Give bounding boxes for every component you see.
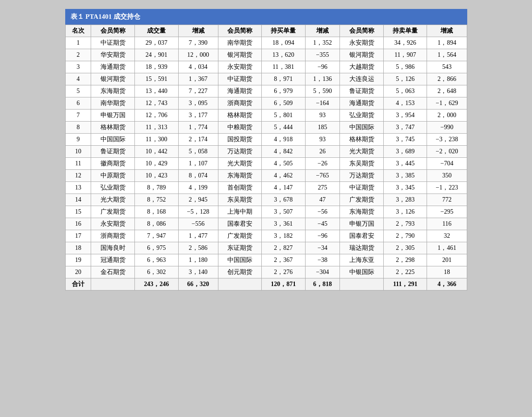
cell-r17-c3: 2，586 [178, 242, 218, 254]
cell-r14-c6: −56 [305, 206, 340, 218]
cell-r0-c0: 1 [65, 37, 91, 49]
cell-r19-c2: 6，302 [135, 266, 179, 278]
total-cell-8: 111，291 [383, 278, 427, 291]
cell-r10-c5: 4，505 [262, 158, 306, 170]
col-header-2: 成交量 [135, 25, 179, 37]
cell-r4-c4: 海通期货 [218, 85, 262, 97]
cell-r18-c4: 中国国际 [218, 254, 262, 266]
cell-r7-c7: 中国国际 [340, 122, 384, 134]
cell-r2-c7: 大越期货 [340, 61, 384, 73]
cell-r14-c1: 广发期货 [91, 206, 135, 218]
col-header-0: 名次 [65, 25, 91, 37]
cell-r17-c7: 瑞达期货 [340, 242, 384, 254]
cell-r11-c5: 4，462 [262, 170, 306, 182]
cell-r16-c6: −96 [305, 230, 340, 242]
cell-r3-c1: 银河期货 [91, 73, 135, 85]
cell-r2-c8: 5，986 [383, 61, 427, 73]
cell-r0-c1: 中证期货 [91, 37, 135, 49]
total-cell-1 [91, 278, 135, 291]
cell-r4-c2: 13，440 [135, 85, 179, 97]
cell-r16-c4: 广发期货 [218, 230, 262, 242]
cell-r11-c8: 3，385 [383, 170, 427, 182]
cell-r12-c2: 8，789 [135, 182, 179, 194]
cell-r14-c0: 15 [65, 206, 91, 218]
cell-r4-c9: 2，648 [427, 85, 467, 97]
cell-r2-c0: 3 [65, 61, 91, 73]
cell-r6-c8: 3，954 [383, 110, 427, 122]
cell-r5-c9: −1，629 [427, 97, 467, 110]
table-row: 7申银万国12，7063，177格林期货5，80193弘业期货3，9542，00… [65, 110, 467, 122]
cell-r2-c5: 11，381 [262, 61, 306, 73]
cell-r4-c6: 5，590 [305, 85, 340, 97]
cell-r2-c6: −96 [305, 61, 340, 73]
cell-r9-c7: 光大期货 [340, 146, 384, 158]
cell-r10-c6: −26 [305, 158, 340, 170]
cell-r14-c3: −5，128 [178, 206, 218, 218]
cell-r15-c0: 16 [65, 218, 91, 230]
cell-r9-c0: 10 [65, 146, 91, 158]
cell-r1-c3: 12，000 [178, 49, 218, 61]
cell-r10-c1: 徽商期货 [91, 158, 135, 170]
cell-r18-c0: 19 [65, 254, 91, 266]
cell-r6-c5: 5，801 [262, 110, 306, 122]
cell-r13-c9: 772 [427, 194, 467, 206]
cell-r3-c2: 15，591 [135, 73, 179, 85]
cell-r6-c9: 2，000 [427, 110, 467, 122]
cell-r6-c6: 93 [305, 110, 340, 122]
cell-r7-c4: 中粮期货 [218, 122, 262, 134]
cell-r5-c2: 12，743 [135, 97, 179, 110]
cell-r8-c0: 9 [65, 134, 91, 146]
cell-r12-c7: 中证期货 [340, 182, 384, 194]
cell-r8-c3: 2，174 [178, 134, 218, 146]
cell-r18-c1: 冠通期货 [91, 254, 135, 266]
cell-r7-c6: 185 [305, 122, 340, 134]
cell-r7-c5: 5，444 [262, 122, 306, 134]
cell-r10-c8: 3，445 [383, 158, 427, 170]
cell-r8-c5: 4，918 [262, 134, 306, 146]
cell-r10-c3: 1，107 [178, 158, 218, 170]
table-row: 15广发期货8，168−5，128上海中期3，507−56东海期货3，126−2… [65, 206, 467, 218]
cell-r14-c2: 8，168 [135, 206, 179, 218]
cell-r10-c4: 光大期货 [218, 158, 262, 170]
cell-r14-c5: 3，507 [262, 206, 306, 218]
cell-r8-c4: 国投期货 [218, 134, 262, 146]
cell-r16-c1: 浙商期货 [91, 230, 135, 242]
cell-r15-c9: 116 [427, 218, 467, 230]
cell-r13-c6: 47 [305, 194, 340, 206]
cell-r19-c1: 金石期货 [91, 266, 135, 278]
table-row: 1中证期货29，0377，390南华期货18，0941，352永安期货34，92… [65, 37, 467, 49]
cell-r2-c9: 543 [427, 61, 467, 73]
cell-r17-c5: 2，827 [262, 242, 306, 254]
table-row: 17浙商期货7，9471，477广发期货3，182−96国泰君安2，79032 [65, 230, 467, 242]
total-cell-9: 4，366 [427, 278, 467, 291]
total-row: 合计243，24666，320120，8716，818111，2914，366 [65, 278, 467, 291]
cell-r17-c0: 18 [65, 242, 91, 254]
cell-r1-c0: 2 [65, 49, 91, 61]
main-container: 表１ PTA1401 成交持仓 名次会员简称成交量增减会员简称持买单量增减会员简… [65, 9, 467, 291]
cell-r12-c8: 3，345 [383, 182, 427, 194]
cell-r17-c8: 2，305 [383, 242, 427, 254]
cell-r6-c2: 12，706 [135, 110, 179, 122]
col-header-9: 增减 [427, 25, 467, 37]
cell-r6-c7: 弘业期货 [340, 110, 384, 122]
cell-r0-c3: 7，390 [178, 37, 218, 49]
cell-r1-c6: −355 [305, 49, 340, 61]
table-row: 18国海良时6，9752，586东证期货2，827−34瑞达期货2，3051，4… [65, 242, 467, 254]
cell-r15-c5: 3，361 [262, 218, 306, 230]
cell-r9-c8: 3，689 [383, 146, 427, 158]
title-bar: 表１ PTA1401 成交持仓 [65, 9, 467, 25]
table-row: 2华安期货24，90112，000银河期货13，620−355银河期货11，90… [65, 49, 467, 61]
cell-r5-c3: 3，095 [178, 97, 218, 110]
cell-r19-c5: 2，276 [262, 266, 306, 278]
cell-r0-c6: 1，352 [305, 37, 340, 49]
cell-r0-c5: 18，094 [262, 37, 306, 49]
cell-r12-c0: 13 [65, 182, 91, 194]
cell-r1-c1: 华安期货 [91, 49, 135, 61]
cell-r19-c3: 3，140 [178, 266, 218, 278]
cell-r9-c4: 万达期货 [218, 146, 262, 158]
data-table: 名次会员简称成交量增减会员简称持买单量增减会员简称持卖单量增减 1中证期货29，… [65, 25, 467, 291]
cell-r15-c3: −556 [178, 218, 218, 230]
cell-r17-c1: 国海良时 [91, 242, 135, 254]
cell-r5-c7: 海通期货 [340, 97, 384, 110]
col-header-8: 持卖单量 [383, 25, 427, 37]
